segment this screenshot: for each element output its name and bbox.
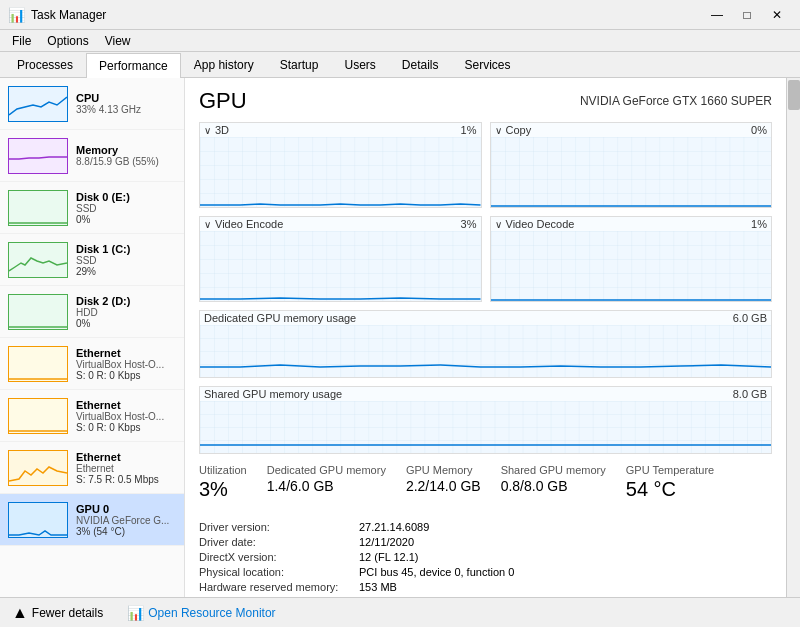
chart-vencode-svg (200, 231, 481, 301)
sidebar-item-disk1[interactable]: Disk 1 (C:) SSD 29% (0, 234, 184, 286)
chart-vdecode-svg (491, 231, 772, 301)
eth1-mini-graph (8, 346, 68, 382)
eth1-label: Ethernet (76, 347, 176, 359)
minimize-button[interactable]: — (702, 5, 732, 25)
chart-vencode-header: ∨ Video Encode 3% (200, 217, 481, 231)
main-area: CPU 33% 4.13 GHz Memory 8.8/15.9 GB (55%… (0, 78, 800, 597)
title-bar-controls: — □ ✕ (702, 5, 792, 25)
close-button[interactable]: ✕ (762, 5, 792, 25)
sidebar-item-eth1[interactable]: Ethernet VirtualBox Host-O... S: 0 R: 0 … (0, 338, 184, 390)
svg-rect-1 (491, 137, 772, 207)
disk0-info: Disk 0 (E:) SSD 0% (76, 191, 176, 225)
menu-options[interactable]: Options (39, 30, 96, 51)
driver-version-value: 27.21.14.6089 (359, 521, 429, 533)
chart-dedmem-label: Dedicated GPU memory usage (204, 312, 356, 324)
disk1-type: SSD (76, 255, 176, 266)
open-resource-monitor-button[interactable]: 📊 Open Resource Monitor (123, 603, 279, 623)
scrollbar-thumb[interactable] (788, 80, 800, 110)
tab-app-history[interactable]: App history (181, 52, 267, 77)
driver-version-label: Driver version: (199, 521, 359, 533)
chart-vdecode-header: ∨ Video Decode 1% (491, 217, 772, 231)
eth2-label: Ethernet (76, 399, 176, 411)
sidebar-item-eth3[interactable]: Ethernet Ethernet S: 7.5 R: 0.5 Mbps (0, 442, 184, 494)
stat-utilization: Utilization 3% (199, 464, 247, 501)
stat-utilization-label: Utilization (199, 464, 247, 476)
chart-vdecode-canvas (491, 231, 772, 301)
fewer-details-button[interactable]: ▲ Fewer details (8, 602, 107, 624)
stat-temp: GPU Temperature 54 °C (626, 464, 714, 501)
chart-shmem-svg (200, 401, 771, 453)
directx-row: DirectX version: 12 (FL 12.1) (199, 551, 772, 563)
cpu-mini-graph (8, 86, 68, 122)
tab-services[interactable]: Services (452, 52, 524, 77)
disk2-val: 0% (76, 318, 176, 329)
svg-rect-0 (200, 137, 481, 207)
sidebar-item-gpu[interactable]: GPU 0 NVIDIA GeForce G... 3% (54 °C) (0, 494, 184, 546)
chevron-copy: ∨ (495, 125, 502, 136)
disk1-label: Disk 1 (C:) (76, 243, 176, 255)
stat-gpu-memory-value: 2.2/14.0 GB (406, 478, 481, 494)
disk1-info: Disk 1 (C:) SSD 29% (76, 243, 176, 277)
sidebar-item-memory[interactable]: Memory 8.8/15.9 GB (55%) (0, 130, 184, 182)
app-title: Task Manager (31, 8, 106, 22)
stat-shared-label: Shared GPU memory (501, 464, 606, 476)
menu-file[interactable]: File (4, 30, 39, 51)
chart-3d-header: ∨ 3D 1% (200, 123, 481, 137)
tab-users[interactable]: Users (331, 52, 388, 77)
disk0-type: SSD (76, 203, 176, 214)
fewer-details-label: Fewer details (32, 606, 103, 620)
sidebar-item-cpu[interactable]: CPU 33% 4.13 GHz (0, 78, 184, 130)
maximize-button[interactable]: □ (732, 5, 762, 25)
location-value: PCI bus 45, device 0, function 0 (359, 566, 514, 578)
menu-bar: File Options View (0, 30, 800, 52)
stat-temp-value: 54 °C (626, 478, 714, 501)
stat-gpu-memory: GPU Memory 2.2/14.0 GB (406, 464, 481, 501)
gpu-stats: 3% (54 °C) (76, 526, 176, 537)
tab-details[interactable]: Details (389, 52, 452, 77)
driver-version-row: Driver version: 27.21.14.6089 (199, 521, 772, 533)
tab-startup[interactable]: Startup (267, 52, 332, 77)
chart-copy: ∨ Copy 0% (490, 122, 773, 208)
hw-reserved-row: Hardware reserved memory: 153 MB (199, 581, 772, 593)
title-bar: 📊 Task Manager — □ ✕ (0, 0, 800, 30)
tab-performance[interactable]: Performance (86, 53, 181, 78)
cpu-label: CPU (76, 92, 176, 104)
chart-dedmem-max: 6.0 GB (733, 312, 767, 324)
chart-shmem-header: Shared GPU memory usage 8.0 GB (200, 387, 771, 401)
tabs: Processes Performance App history Startu… (0, 52, 800, 78)
content-header: GPU NVIDIA GeForce GTX 1660 SUPER (199, 88, 772, 114)
sidebar: CPU 33% 4.13 GHz Memory 8.8/15.9 GB (55%… (0, 78, 185, 597)
tab-processes[interactable]: Processes (4, 52, 86, 77)
title-bar-left: 📊 Task Manager (8, 7, 106, 23)
chevron-vencode: ∨ (204, 219, 211, 230)
chart-3d-percent: 1% (461, 124, 477, 136)
chart-shmem-max: 8.0 GB (733, 388, 767, 400)
stat-utilization-value: 3% (199, 478, 247, 501)
driver-date-label: Driver date: (199, 536, 359, 548)
sidebar-item-disk0[interactable]: Disk 0 (E:) SSD 0% (0, 182, 184, 234)
sidebar-item-eth2[interactable]: Ethernet VirtualBox Host-O... S: 0 R: 0 … (0, 390, 184, 442)
mem-stats: 8.8/15.9 GB (55%) (76, 156, 176, 167)
eth2-stats: S: 0 R: 0 Kbps (76, 422, 176, 433)
stats-row: Utilization 3% Dedicated GPU memory 1.4/… (199, 464, 772, 596)
chart-copy-header: ∨ Copy 0% (491, 123, 772, 137)
app-icon: 📊 (8, 7, 25, 23)
chart-shared-mem: Shared GPU memory usage 8.0 GB (199, 386, 772, 454)
physical-location-row: Physical location: PCI bus 45, device 0,… (199, 566, 772, 578)
directx-value: 12 (FL 12.1) (359, 551, 419, 563)
location-label: Physical location: (199, 566, 359, 578)
resource-monitor-icon: 📊 (127, 605, 144, 621)
chart-vdecode-percent: 1% (751, 218, 767, 230)
mem-label: Memory (76, 144, 176, 156)
menu-view[interactable]: View (97, 30, 139, 51)
chart-dedmem-svg (200, 325, 771, 377)
disk2-mini-graph (8, 294, 68, 330)
chart-shmem-canvas (200, 401, 771, 453)
sidebar-item-disk2[interactable]: Disk 2 (D:) HDD 0% (0, 286, 184, 338)
eth2-adapter: VirtualBox Host-O... (76, 411, 176, 422)
content-area: GPU NVIDIA GeForce GTX 1660 SUPER ∨ 3D 1… (185, 78, 786, 597)
eth3-info: Ethernet Ethernet S: 7.5 R: 0.5 Mbps (76, 451, 176, 485)
eth3-label: Ethernet (76, 451, 176, 463)
chart-vdecode-label: ∨ Video Decode (495, 218, 575, 230)
scrollbar-right[interactable] (786, 78, 800, 597)
